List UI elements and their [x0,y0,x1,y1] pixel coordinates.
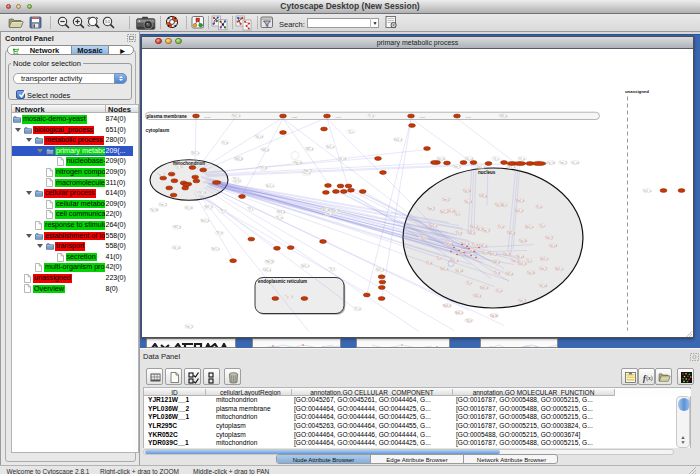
svg-text:Yjl_x: Yjl_x [466,318,472,322]
svg-text:Ypr1_a: Ypr1_a [643,188,652,192]
svg-text:Ygr_kk: Ygr_kk [150,208,159,212]
svg-text:Ydl2_q: Ydl2_q [305,147,314,151]
svg-text:Ymr_3: Ymr_3 [304,169,312,173]
svg-text:Ygr_kk: Ygr_kk [463,188,472,192]
svg-text:Ygr_kk: Ygr_kk [495,202,504,206]
svg-text:Ymr_3: Ymr_3 [539,266,547,270]
svg-text:Ygr_kk: Ygr_kk [490,313,499,317]
svg-text:Ybr1_d: Ybr1_d [518,261,527,265]
svg-text:endoplasmic reticulum: endoplasmic reticulum [258,279,307,284]
svg-text:Yjl_x: Yjl_x [493,156,499,160]
svg-text:Ypr1_a: Ypr1_a [540,256,549,260]
svg-text:Ylr_w: Ylr_w [426,260,433,264]
svg-text:Yol_cd: Yol_cd [571,160,579,164]
svg-text:Ybr1_d: Ybr1_d [516,198,525,202]
svg-text:Ydl2_q: Ydl2_q [173,225,182,229]
svg-text:Ymr_3: Ymr_3 [265,260,273,264]
svg-text:Yol_cd: Yol_cd [465,156,473,160]
svg-text:Ymr_3: Ymr_3 [442,197,450,201]
svg-text:Ylr_w: Ylr_w [519,156,526,160]
svg-text:Ymr_3: Ymr_3 [159,202,167,206]
svg-text:Ybr1_d: Ybr1_d [480,285,489,289]
svg-text:Ymr_3: Ymr_3 [545,235,553,239]
svg-text:Ypr1_a: Ypr1_a [525,224,534,228]
svg-text:Ygr_kk: Ygr_kk [547,160,556,164]
svg-text:Yol_cd: Yol_cd [447,208,455,212]
svg-text:Ypr1_a: Ypr1_a [455,310,464,314]
svg-text:Yol_cd: Yol_cd [255,134,263,138]
svg-text:Yjl_x: Yjl_x [329,267,335,271]
svg-text:Ybr1_d: Ybr1_d [201,218,210,222]
svg-text:Ydl2_q: Ydl2_q [473,293,482,297]
svg-text:Yjl_x: Yjl_x [348,129,354,133]
svg-text:Ylr_w: Ylr_w [222,140,229,144]
svg-text:Ypr1_a: Ypr1_a [440,266,449,270]
svg-text:Yol_cd: Yol_cd [338,156,346,160]
svg-text:Ygr_kk: Ygr_kk [527,270,536,274]
svg-text:Yjl_x: Yjl_x [420,235,426,239]
svg-text:Yol_cd: Yol_cd [445,241,453,245]
svg-text:Ylr_w: Ylr_w [496,288,503,292]
svg-text:Ydl2_q: Ydl2_q [479,243,488,247]
svg-text:Ypr1_a: Ypr1_a [429,223,438,227]
svg-text:Yolcd: Yolcd [465,115,471,118]
svg-text:Yjl_x: Yjl_x [248,207,254,211]
svg-text:Ydl2_q: Ydl2_q [492,259,501,263]
svg-text:(x): (x) [646,375,653,382]
svg-text:Ymr_3: Ymr_3 [427,206,435,210]
svg-text:Ypr1_a: Ypr1_a [489,251,498,255]
svg-text:Ybr1_d: Ybr1_d [450,258,459,262]
svg-text:Ypr1_a: Ypr1_a [326,144,335,148]
svg-text:Ydl2_q: Ydl2_q [505,271,514,275]
svg-text:Ylr_w: Ylr_w [276,215,283,219]
svg-text:Yjl_x: Yjl_x [436,255,442,259]
svg-text:Ymr_3: Ymr_3 [559,160,567,164]
svg-text:Yjl_x: Yjl_x [233,177,239,181]
svg-text:Ypr1_a: Ypr1_a [555,266,564,270]
svg-text:Ygr_kk: Ygr_kk [175,164,184,168]
svg-text:Ymr3: Ymr3 [335,115,341,118]
svg-text:Ymr_3: Ymr_3 [482,228,490,232]
svg-text:Ydl2_q: Ydl2_q [479,193,488,197]
svg-text:Ypr1_a: Ypr1_a [211,247,220,251]
svg-text:Ylr_w: Ylr_w [456,230,463,234]
svg-text:Ypr1_a: Ypr1_a [204,205,213,209]
svg-text:Yol_cd: Yol_cd [539,283,547,287]
svg-text:Ydl2q: Ydl2q [291,115,298,118]
svg-text:Ydl2_q: Ydl2_q [261,147,270,151]
svg-text:Yjl_x: Yjl_x [526,258,532,262]
svg-text:Ydl2_q: Ydl2_q [467,230,476,234]
svg-text:Yjl_x: Yjl_x [466,280,472,284]
svg-text:Yol_cd: Yol_cd [549,243,557,247]
svg-text:Yjl_x: Yjl_x [220,209,226,213]
svg-text:Ygr_kk: Ygr_kk [294,160,303,164]
svg-text:plasma membrane: plasma membrane [147,113,188,118]
svg-text:Ymr_3: Ymr_3 [518,298,526,302]
svg-text:Yjl_x: Yjl_x [539,223,545,227]
svg-text:Ypr1_a: Ypr1_a [191,151,200,155]
svg-text:Ylr_w: Ylr_w [472,242,479,246]
svg-text:1:1: 1:1 [105,20,110,24]
svg-text:Lbr1w: Lbr1w [204,115,211,118]
svg-text:Ygr_kk: Ygr_kk [519,238,528,242]
svg-text:Yol_cd: Yol_cd [516,254,524,258]
svg-text:Yol_cd: Yol_cd [172,245,180,249]
svg-text:Ybr1_d: Ybr1_d [515,208,524,212]
svg-text:Ybr1_d: Ybr1_d [443,303,452,307]
svg-text:cytoplasm: cytoplasm [146,127,170,132]
svg-text:Ypr1_a: Ypr1_a [266,183,275,187]
svg-text:Yol_cd: Yol_cd [455,268,463,272]
svg-text:unassigned: unassigned [625,88,649,93]
svg-text:Ymr_3: Ymr_3 [453,164,461,168]
svg-text:Ylr_w: Ylr_w [368,114,375,118]
svg-text:Ylr_w: Ylr_w [494,270,501,274]
svg-text:Ypr1_a: Ypr1_a [301,263,310,267]
svg-text:Ylr_w: Ylr_w [354,306,361,310]
svg-text:Ylr_w: Ylr_w [536,204,543,208]
svg-text:Ydl2_q: Ydl2_q [263,267,272,271]
svg-text:nucleus: nucleus [478,170,496,175]
svg-text:Ylr_w: Ylr_w [216,231,223,235]
svg-text:Ybr1_d: Ybr1_d [277,210,286,214]
svg-text:Yol_cd: Yol_cd [185,205,193,209]
svg-text:Ydl2_q: Ydl2_q [321,207,330,211]
